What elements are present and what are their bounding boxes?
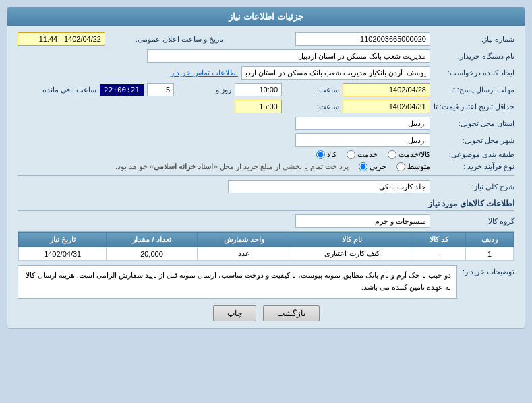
button-row: بازگشت چاپ [18, 305, 514, 321]
price-deadline-row: حداقل تاریخ اعتبار قیمت: تا ساعت: [18, 100, 514, 113]
need-number-input[interactable] [295, 32, 430, 46]
main-container: جزئیات اطلاعات نیاز شماره نیاز: تاریخ و … [7, 7, 525, 329]
goods-table: ردیف کد کالا نام کالا واحد شمارش تعداد /… [18, 232, 514, 261]
category-row: طبقه بندی موضوعی: کالا/خدمت خدمت کالا [18, 150, 514, 159]
date-input [18, 32, 105, 46]
category-goods-label: کالا/خدمت [398, 150, 430, 159]
category-service-item: خدمت [347, 150, 378, 159]
creator-row: ایجاد کننده درخواست: اطلاعات تماس خریدار [18, 66, 514, 80]
buyer-notes-row: توضیحات خریدار: دو حبب با حک آرم و نام ب… [18, 265, 514, 299]
buyer-name-row: نام دستگاه خریدار: [18, 49, 514, 63]
cell-date: 1402/04/31 [19, 247, 107, 261]
purchase-note: پرداخت تمام یا بخشی از مبلغ خرید از محل … [115, 162, 349, 171]
response-time-label: ساعت: [285, 86, 339, 94]
response-deadline-row: مهلت ارسال پاسخ: تا ساعت: روز و 22:00:21… [18, 83, 514, 96]
table-header-row: ردیف کد کالا نام کالا واحد شمارش تعداد /… [19, 232, 514, 247]
description-label: شرح کلی نیاز: [434, 183, 514, 191]
description-row: شرح کلی نیاز: [18, 180, 514, 193]
print-button[interactable]: چاپ [213, 305, 256, 321]
purchase-medium-radio[interactable] [396, 162, 405, 171]
col-name: نام کالا [291, 232, 413, 247]
purchase-medium-label: متوسط [407, 162, 430, 171]
city-label: شهر محل تحویل: [434, 136, 514, 145]
goods-category-row: گروه کالا: [18, 214, 514, 228]
category-goods-item: کالا/خدمت [388, 150, 430, 159]
cell-quantity: 20,000 [107, 247, 197, 261]
buyer-notes-box: دو حبب با حک آرم و نام بانک مطابق نمونه … [18, 265, 457, 299]
category-radio-group: کالا/خدمت خدمت کالا [316, 150, 430, 159]
divider-1 [18, 175, 514, 176]
category-service-label: خدمت [357, 150, 378, 159]
purchase-note-bold: اسناد خزانه اسلامی [154, 162, 213, 170]
buyer-notes-label: توضیحات خریدار: [461, 265, 514, 276]
contact-link[interactable]: اطلاعات تماس خریدار [171, 69, 238, 78]
response-date-input [343, 83, 430, 96]
city-row: شهر محل تحویل: [18, 133, 514, 147]
category-label: طبقه بندی موضوعی: [434, 150, 514, 159]
price-time-label: ساعت: [285, 102, 339, 111]
timer-display: 22:00:21 [100, 84, 144, 96]
purchase-type-label: نوع فرآیند خرید : [434, 162, 514, 171]
page-title: جزئیات اطلاعات نیاز [229, 11, 303, 22]
price-date-input [343, 100, 430, 113]
content-area: شماره نیاز: تاریخ و ساعت اعلان عمومی: نا… [7, 26, 525, 328]
category-kala-item: کالا [316, 150, 336, 159]
purchase-partial-label: جزیی [370, 162, 386, 171]
cell-unit: عدد [197, 247, 291, 261]
city-input [295, 133, 430, 147]
purchase-partial-radio[interactable] [359, 162, 367, 171]
table-row: 1--کیف کارت اعتباریعدد20,0001402/04/31 [19, 247, 514, 261]
col-code: کد کالا [413, 232, 466, 247]
back-button[interactable]: بازگشت [263, 305, 320, 321]
purchase-medium-item: متوسط [396, 162, 430, 171]
province-row: استان محل تحویل: [18, 117, 514, 130]
province-input [295, 117, 430, 130]
purchase-type-radio-group: متوسط جزیی [359, 162, 430, 171]
category-goodsservice-radio[interactable] [388, 150, 396, 159]
need-number-label: شماره نیاز: [434, 35, 514, 44]
purchase-partial-item: جزیی [359, 162, 386, 171]
category-kala-radio[interactable] [316, 150, 325, 159]
price-deadline-label: حداقل تاریخ اعتبار قیمت: تا [434, 102, 514, 111]
cell-code: -- [413, 247, 466, 261]
goods-category-input[interactable] [295, 214, 430, 228]
response-remaining-label: ساعت باقی مانده [16, 86, 96, 94]
col-date: تاریخ نیاز [19, 232, 107, 247]
buyer-name-input [147, 49, 430, 63]
buyer-name-label: نام دستگاه خریدار: [434, 52, 514, 61]
col-row: ردیف [466, 232, 514, 247]
response-deadline-label: مهلت ارسال پاسخ: تا [434, 86, 514, 94]
response-time-input [235, 83, 282, 96]
response-days-input [147, 83, 174, 96]
goods-table-container: ردیف کد کالا نام کالا واحد شمارش تعداد /… [18, 231, 514, 261]
goods-info-title: اطلاعات کالاهای مورد نیاز [18, 199, 514, 211]
category-service-radio[interactable] [347, 150, 355, 159]
province-label: استان محل تحویل: [434, 119, 514, 128]
cell-row: 1 [466, 247, 514, 261]
goods-category-label: گروه کالا: [434, 217, 514, 226]
purchase-type-row: نوع فرآیند خرید : متوسط جزیی پرداخت تمام… [18, 162, 514, 171]
page-header: جزئیات اطلاعات نیاز [7, 7, 525, 26]
need-number-row: شماره نیاز: تاریخ و ساعت اعلان عمومی: [18, 32, 514, 46]
col-quantity: تعداد / مقدار [107, 232, 197, 247]
category-kala-label: کالا [327, 150, 336, 159]
price-time-input [235, 100, 282, 113]
buyer-notes-text: دو حبب با حک آرم و نام بانک مطابق نمونه … [26, 271, 451, 291]
col-unit: واحد شمارش [197, 232, 291, 247]
response-days-label: روز و [177, 86, 231, 94]
date-label: تاریخ و ساعت اعلان عمومی: [109, 35, 223, 44]
cell-name: کیف کارت اعتباری [291, 247, 413, 261]
creator-input [241, 66, 430, 80]
description-input[interactable] [228, 180, 430, 193]
creator-label: ایجاد کننده درخواست: [434, 69, 514, 78]
